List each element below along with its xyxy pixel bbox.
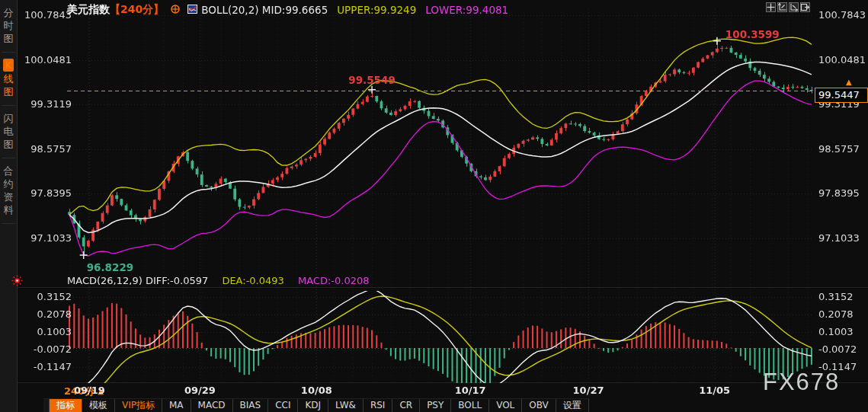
- axis-tick-label: 97.1033: [818, 232, 860, 244]
- boll-params: BOLL(20,2) MID:99.6665: [201, 4, 328, 16]
- axis-tick-label: 97.8395: [818, 187, 860, 199]
- macd-params-and-diff: MACD(26,12,9) DIFF:-0.0597: [67, 275, 208, 286]
- symbol-name: 美元指数: [67, 3, 110, 17]
- alarm-icon[interactable]: [11, 275, 23, 289]
- axis-tick-label: 100.7843: [23, 9, 72, 21]
- high-annotation: 100.3599: [725, 28, 780, 40]
- last-price-tag[interactable]: 99.5447: [815, 88, 868, 103]
- axis-tick-label: 98.5757: [818, 143, 860, 155]
- sidebar-item-char: 图: [4, 138, 14, 151]
- axis-tick-label: 0.3152: [818, 291, 854, 302]
- sidebar-item-char: 线: [4, 72, 14, 85]
- axis-zoom-left-button[interactable]: [777, 2, 787, 12]
- toolbar-tab-3[interactable]: MA: [162, 399, 191, 412]
- low-annotation: 96.8229: [87, 261, 134, 273]
- date-tick-label: 09/29: [184, 385, 216, 396]
- toolbar-tab-15[interactable]: 设置: [556, 399, 589, 412]
- toolbar-tab-6[interactable]: CCI: [268, 399, 298, 412]
- sidebar-item-char: 料: [4, 203, 14, 216]
- pan-right-button[interactable]: [800, 2, 810, 12]
- date-tick-label: 10/08: [301, 385, 332, 396]
- macd-dea-value: DEA:-0.0493: [222, 275, 283, 286]
- axis-tick-label: 0.1003: [23, 326, 72, 337]
- toolbar-tab-14[interactable]: OBV: [522, 399, 556, 412]
- sidebar-item-char: 资: [4, 190, 14, 203]
- boll-upper-value: UPPER:99.9249: [337, 4, 416, 16]
- axis-tick-label: 98.5757: [23, 143, 72, 155]
- sidebar-item-0[interactable]: 分时图: [0, 0, 17, 52]
- sidebar-item-char: 图: [4, 85, 14, 98]
- axis-tick-label: 100.7843: [818, 9, 866, 21]
- axis-tick-label: 99.3119: [23, 98, 72, 110]
- axis-tick-label: 0.2078: [23, 308, 72, 320]
- price-alert-icon[interactable]: ▲: [846, 78, 852, 86]
- move-chart-button[interactable]: [766, 2, 776, 12]
- macd-hist-value: MACD:-0.0208: [298, 275, 370, 286]
- toolbar-tab-4[interactable]: MACD: [191, 399, 233, 412]
- collapse-indicator-icon[interactable]: [171, 4, 180, 16]
- brand-watermark: FX678: [763, 369, 840, 396]
- toolbar-tab-8[interactable]: LW&: [328, 399, 364, 412]
- boll-lower-value: LOWER:99.4081: [425, 4, 508, 16]
- date-tick-label: 10/17: [455, 385, 486, 396]
- axis-tick-label: 100.0481: [818, 54, 866, 65]
- sidebar-item-1[interactable]: K线图: [0, 53, 17, 105]
- toolbar-tab-0[interactable]: 指标: [50, 399, 82, 412]
- toolbar-spacer: [43, 399, 50, 412]
- toolbar-tab-2[interactable]: VIP指标: [115, 399, 162, 412]
- axis-tick-label: -0.0072: [23, 343, 72, 355]
- sidebar-item-char: 合: [4, 164, 14, 177]
- axis-tick-label: 100.0481: [23, 54, 72, 65]
- sidebar-item-char: 闪: [4, 112, 14, 125]
- sidebar-item-2[interactable]: 闪电图: [0, 106, 17, 158]
- chart-tool-buttons: [766, 2, 810, 12]
- axis-tick-label: 97.1033: [23, 232, 72, 244]
- sidebar-item-char: 图: [4, 32, 14, 45]
- sidebar-item-char: 电: [4, 125, 14, 138]
- chart-application: 分时图K线图闪电图合约资料 美元指数 【240分】: [0, 0, 868, 412]
- toolbar-tab-1[interactable]: 模板: [82, 399, 115, 412]
- chart-canvas[interactable]: [0, 0, 868, 412]
- toolbar-tab-10[interactable]: CR: [392, 399, 420, 412]
- sidebar: 分时图K线图闪电图合约资料: [0, 0, 18, 412]
- toolbar-tab-12[interactable]: BOLL: [451, 399, 489, 412]
- axis-tick-label: 97.8395: [23, 187, 72, 199]
- period-label: 【240分】: [110, 3, 164, 17]
- axis-tick-label: -0.1147: [23, 361, 72, 372]
- sidebar-item-char: 分: [4, 6, 14, 19]
- toolbar-tab-7[interactable]: KDJ: [298, 399, 328, 412]
- swing-high-annotation: 99.5549: [348, 74, 396, 86]
- kline-mini-icon[interactable]: [187, 4, 197, 16]
- toolbar-tab-13[interactable]: VOL: [489, 399, 522, 412]
- date-tick-label: 09/19: [74, 385, 105, 396]
- toolbar-tab-9[interactable]: RSI: [364, 399, 393, 412]
- chart-legend: 美元指数 【240分】 BOLL(20,2) MID:99.6665 UPPER…: [67, 3, 508, 17]
- sidebar-item-char: K: [3, 59, 14, 72]
- sidebar-item-char: 约: [4, 177, 14, 190]
- axis-zoom-right-button[interactable]: [789, 2, 799, 12]
- axis-tick-label: 0.3152: [23, 291, 72, 302]
- axis-tick-label: 0.1003: [818, 326, 854, 337]
- axis-tick-label: 0.2078: [818, 308, 854, 320]
- toolbar-tab-5[interactable]: BIAS: [233, 399, 269, 412]
- date-tick-label: 10/27: [573, 385, 604, 396]
- indicator-toolbar: 指标模板VIP指标MAMACDBIASCCIKDJLW&RSICRPSYBOLL…: [43, 398, 589, 412]
- sidebar-item-char: 时: [4, 19, 14, 32]
- macd-legend: MACD(26,12,9) DIFF:-0.0597 DEA:-0.0493 M…: [67, 275, 370, 286]
- sidebar-item-3[interactable]: 合约资料: [0, 158, 17, 223]
- date-tick-label: 11/05: [699, 385, 730, 396]
- axis-tick-label: -0.0072: [818, 343, 857, 355]
- sidebar-separator: [2, 223, 15, 224]
- toolbar-tab-11[interactable]: PSY: [420, 399, 451, 412]
